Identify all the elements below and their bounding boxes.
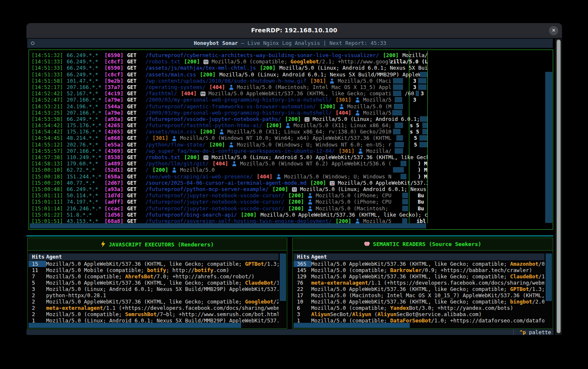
log-row[interactable]: [14:54:42]175.176.*.*[4265]GET/futurepro… (31, 122, 550, 128)
log-row[interactable]: [14:54:45]48.214.*.*[e868]GET/[301]Mozil… (31, 135, 550, 141)
bot-name: ClaudeBot (510, 273, 539, 280)
agent-row[interactable]: 3AliyunSecBot/Aliyun (AliyunSecBot@servi… (294, 311, 544, 317)
log-ip: 24.196.*.* (67, 103, 104, 110)
agent-row[interactable]: 17Mozilla/5.0 (Macintosh; Intel Mac OS X… (294, 292, 544, 298)
agent-row[interactable]: 6Mozilla/5.0 (compatible; YandexBot/3.0;… (294, 305, 544, 311)
log-row[interactable]: [15:01:11]74.197.*.*[adff]GET/futureproo… (31, 199, 550, 205)
log-row[interactable]: [15:01:11]50.114.*.*[1d7d]GET/futureproo… (31, 192, 550, 199)
log-row[interactable]: [14:54:42]175.176.*.*[4265]GET/assets/ma… (31, 128, 550, 135)
log-user-agent: Mozilla/5.0 (Windows NT 6.2) AppleWebKit… (240, 160, 391, 167)
agent-text: ( (371, 311, 377, 317)
agent-text: ; http:// (166, 267, 195, 273)
person-icon (358, 149, 363, 154)
log-timestamp: [15:00:48] (31, 186, 67, 192)
log-tail-fragment: 5 (414, 141, 417, 148)
log-method: GET (127, 154, 146, 160)
agent-row[interactable]: 2python-httpx/0.28.1 (29, 292, 278, 298)
hits-value: 15 (29, 261, 46, 267)
log-ip: 74.197.*.* (67, 199, 104, 205)
agent-row[interactable]: 2Mozilla/5.0 (compatible; SemrushBot/7~b… (29, 311, 278, 317)
window-scrollbar-thumb[interactable] (557, 39, 561, 333)
bot-name: Yandex (390, 305, 409, 311)
log-row[interactable]: [15:00:10]62.72.*.*[52d1]GET/[200]Mozill… (31, 167, 550, 173)
log-row[interactable]: [15:00:18]151.244.*.*[658a]GET/seo/web-s… (31, 173, 550, 180)
agent-row[interactable]: 365Mozilla/5.0 AppleWebKit/537.36 (KHTML… (294, 261, 544, 267)
log-ip: 216.246.*.* (67, 205, 104, 212)
log-row[interactable]: [14:53:21]24.196.*.*[544a]GET/futureproo… (31, 103, 550, 110)
person-icon (355, 110, 360, 115)
bot-name: ClaudeBot (245, 280, 273, 286)
agent-row[interactable]: 7Mozilla/5.0 (compatible; AhrefsBot/7.0;… (29, 273, 278, 280)
agent-text: /1.0; +c (539, 273, 544, 280)
log-row[interactable]: [14:53:25]207.166.*.*[a79e]GET/2009/03/m… (31, 110, 550, 116)
agent-row[interactable]: 15Mozilla/5.0 AppleWebKit/537.36 (KHTML,… (29, 261, 278, 267)
log-vertical-scrollbar-thumb[interactable] (545, 72, 552, 223)
log-row[interactable]: [14:55:57]207.166.*.*[4369]GET/wp_super_… (31, 148, 550, 154)
window-scrollbar[interactable] (555, 39, 562, 335)
log-row[interactable]: [15:01:14]216.246.*.*[ccac]GET/futurepro… (31, 205, 550, 212)
log-horizontal-scrollbar[interactable] (30, 223, 426, 228)
log-user-agent: Mozilla/5.0 (Windows; U; Windows NT 6.0;… (237, 141, 391, 148)
agent-row[interactable]: 10Mozilla/5.0 AppleWebKit/537.36 (KHTML,… (294, 298, 544, 305)
activity-bar (416, 91, 419, 96)
window-titlebar[interactable]: FreeRDP: 192.168.10.100 ✕ (26, 23, 562, 38)
log-row-text: [14:51:33]66.249.*.*[c8cf]GET/robots.txt… (31, 58, 391, 65)
agent-row[interactable]: 3Mozilla/5.0 (Linux; Android 6.0.1; Nexu… (29, 286, 278, 292)
log-row[interactable]: [14:51:33]66.249.*.*[c8cf]GET/assets/mai… (31, 71, 550, 78)
log-row[interactable]: [14:51:58]101.47.*.*[9e2b]GET/wp-content… (31, 78, 550, 84)
hits-value: 2 (29, 292, 46, 298)
log-method: GET (127, 205, 146, 212)
close-icon[interactable]: ✕ (549, 26, 558, 35)
log-user-agent: Mozilla/5.0 (Linux; Android 6.0.1; Nexus… (312, 116, 427, 122)
status-bar: ^p palette (26, 329, 554, 335)
log-row[interactable]: [15:01:22]51.8.*.*[1d56]GET/futureproof/… (31, 212, 550, 218)
log-tail-fragment: 3 (413, 97, 416, 103)
log-status: [301] (310, 78, 326, 84)
log-method: GET (127, 103, 146, 110)
log-row[interactable]: [14:53:38]66.249.*.*[a93a]GET/futureproo… (31, 116, 550, 122)
log-method: GET (127, 135, 146, 141)
log-row[interactable]: [14:51:32]66.249.*.*[6590]GET/futureproo… (31, 52, 550, 58)
log-method: GET (127, 167, 146, 173)
log-ip: 66.249.*.* (67, 58, 104, 65)
log-ip: 66.249.*.* (67, 116, 104, 122)
log-row[interactable]: [14:52:17]207.166.*.*[37a7]GET/operating… (31, 84, 550, 90)
log-tail-fragment: 3 (413, 84, 416, 90)
agent-row[interactable]: 129Mozilla/5.0 AppleWebKit/537.36 (KHTML… (294, 273, 544, 280)
palette-shortcut[interactable]: ^p palette (513, 329, 551, 335)
panel-vertical-scrollbar-thumb[interactable] (280, 254, 286, 301)
agent-row[interactable]: 2meta-externalagent/1.1 (+https://develo… (29, 305, 278, 311)
agent-row[interactable]: 5Mozilla/5.0 AppleWebKit/537.36 (KHTML, … (29, 280, 278, 286)
robot-icon (292, 187, 297, 192)
log-row[interactable]: [15:00:20]40.77.*.*[2d67]GET/source/2025… (31, 180, 550, 186)
agent-row[interactable]: 2Mozilla/5.0 AppleWebKit/537.36 (KHTML, … (29, 298, 278, 305)
log-row[interactable]: [14:55:12]202.76.*.*[e55a]GET/python/flo… (31, 141, 550, 148)
log-session-id: [6590] (104, 65, 127, 71)
log-row[interactable]: [15:00:48]66.249.*.*[a93a]GET/futureproo… (31, 186, 550, 192)
log-row-text: [15:01:11]50.114.*.*[1d7d]GET/futureproo… (31, 192, 391, 199)
agent-text: /1.3; +http (264, 261, 278, 267)
log-row[interactable]: [14:52:47]207.166.*.*[a79e]GET/2009/03/m… (31, 97, 550, 103)
agent-string: meta-externalagent/1.1 (+https://develop… (311, 280, 544, 286)
log-row[interactable]: [14:57:38]110.249.*.*[8538]GET/robots.tx… (31, 154, 550, 160)
agent-row[interactable]: 22Mozilla/5.0 AppleWebKit/537.36 (KHTML,… (294, 286, 544, 292)
agent-row[interactable]: 145Mozilla/5.0 (compatible; Barkrowler/0… (294, 267, 544, 273)
log-user-agent: Mozilla/5.0 (180, 167, 215, 173)
panel-vertical-scrollbar-thumb[interactable] (546, 254, 552, 301)
log-session-id: [52d1] (104, 167, 127, 173)
log-path: /robots.txt (146, 58, 180, 65)
log-timestamp: [15:01:14] (31, 205, 67, 212)
log-ip: 202.76.*.* (67, 141, 104, 148)
log-row[interactable]: [14:51:33]66.249.*.*[6590]GET/assets/js/… (31, 65, 550, 71)
panel-horizontal-scrollbar[interactable] (29, 323, 241, 328)
panel-horizontal-scrollbar[interactable] (294, 323, 410, 328)
log-row[interactable]: [14:51:33]66.249.*.*[c8cf]GET/robots.txt… (31, 58, 550, 65)
person-icon (232, 161, 237, 166)
log-row[interactable]: [14:52:42]52.167.*.*[4c19]GET/fasthtml/[… (31, 90, 550, 97)
log-timestamp: [14:52:17] (31, 84, 67, 90)
log-status: [200] (288, 205, 304, 212)
agent-row[interactable]: 76meta-externalagent/1.1 (+https://devel… (294, 280, 544, 286)
log-session-id: [658a] (104, 173, 127, 180)
agent-row[interactable]: 11Mozilla/5.0 Mobile (compatible; botify… (29, 267, 278, 273)
log-row[interactable]: [14:58:13]179.60.*.*[a489]GET/python/llm… (31, 160, 550, 167)
